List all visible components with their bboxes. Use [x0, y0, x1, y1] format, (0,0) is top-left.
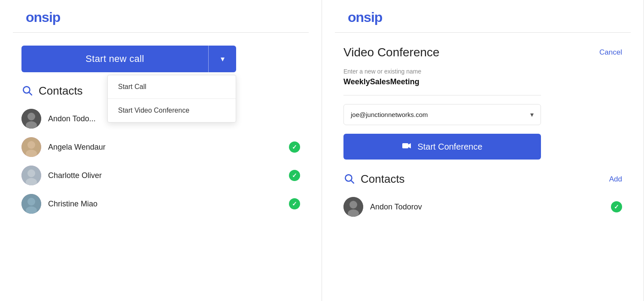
- video-conference-title: Video Conference: [343, 46, 440, 59]
- conference-name-label: Enter a new or existing name: [343, 68, 622, 75]
- contacts-title-left: Contacts: [39, 84, 83, 98]
- video-camera-icon: [402, 141, 412, 153]
- split-button: Start new call ▾: [21, 46, 236, 72]
- logo-right: onsip: [322, 0, 644, 25]
- list-item: Charlotte Oliver ✓: [21, 161, 300, 190]
- conference-name-value: WeeklySalesMeeting: [343, 77, 622, 86]
- avatar: [21, 166, 41, 185]
- add-contact-button[interactable]: Add: [609, 175, 622, 184]
- start-new-call-button[interactable]: Start new call: [21, 46, 208, 72]
- contacts-bottom-left: Contacts: [343, 172, 405, 186]
- avatar: [21, 137, 41, 157]
- chevron-down-icon: ▾: [221, 54, 225, 64]
- dropdown-item-start-call[interactable]: Start Call: [108, 75, 236, 99]
- start-conference-label: Start Conference: [417, 142, 482, 152]
- video-conference-header: Video Conference Cancel: [343, 46, 622, 59]
- svg-point-12: [27, 198, 35, 206]
- cancel-button[interactable]: Cancel: [599, 48, 622, 57]
- left-content: Start new call ▾ Start Call Start Video …: [0, 33, 322, 301]
- contact-name: Angela Wendaur: [48, 143, 282, 152]
- status-badge: ✓: [289, 198, 300, 209]
- svg-point-6: [27, 141, 35, 149]
- split-button-arrow[interactable]: ▾: [208, 46, 236, 72]
- contacts-title-right: Contacts: [361, 172, 405, 186]
- avatar: [21, 109, 41, 129]
- svg-line-1: [29, 92, 32, 95]
- field-divider: [343, 95, 541, 95]
- list-item: Angela Wendaur ✓: [21, 133, 300, 161]
- right-content: Video Conference Cancel Enter a new or e…: [322, 33, 644, 301]
- svg-rect-14: [402, 143, 408, 148]
- svg-point-18: [349, 201, 357, 209]
- list-item: Christine Miao ✓: [21, 190, 300, 218]
- list-item: Andon Todorov ✓: [343, 193, 622, 221]
- dropdown-menu: Start Call Start Video Conference: [107, 75, 236, 123]
- email-dropdown[interactable]: joe@junctionnetworks.com ▾: [343, 104, 541, 125]
- avatar: [343, 197, 363, 217]
- status-badge: ✓: [611, 201, 622, 212]
- email-value: joe@junctionnetworks.com: [351, 111, 428, 118]
- contact-list-right: Andon Todorov ✓: [343, 193, 622, 221]
- avatar: [21, 194, 41, 214]
- logo-left: onsip: [0, 0, 322, 25]
- start-conference-button[interactable]: Start Conference: [343, 134, 541, 160]
- contact-name: Christine Miao: [48, 200, 282, 209]
- contacts-bottom-header: Contacts Add: [343, 172, 622, 186]
- contact-name: Charlotte Oliver: [48, 171, 282, 180]
- status-badge: ✓: [289, 170, 300, 181]
- search-icon-right[interactable]: [343, 173, 355, 186]
- search-icon-left[interactable]: [21, 85, 33, 98]
- svg-line-16: [351, 180, 354, 183]
- svg-point-9: [27, 169, 35, 177]
- chevron-down-icon: ▾: [530, 111, 534, 119]
- contact-name: Andon Todorov: [370, 203, 604, 212]
- svg-point-3: [27, 113, 35, 120]
- right-panel: onsip Video Conference Cancel Enter a ne…: [322, 0, 644, 301]
- status-badge: ✓: [289, 141, 300, 153]
- left-panel: onsip Start new call ▾ Start Call Start …: [0, 0, 322, 301]
- dropdown-item-start-video-conference[interactable]: Start Video Conference: [108, 99, 236, 122]
- split-button-wrapper: Start new call ▾ Start Call Start Video …: [21, 46, 236, 72]
